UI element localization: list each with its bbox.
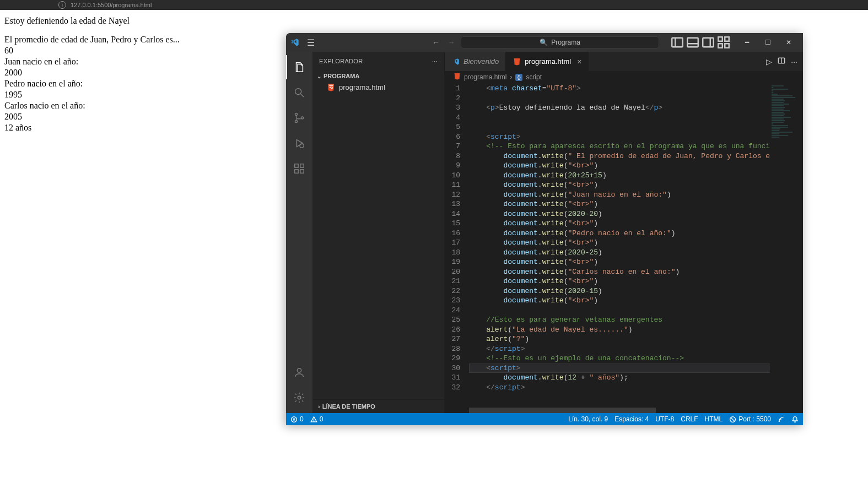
timeline-section[interactable]: › LÍNEA DE TIEMPO xyxy=(312,399,444,413)
tab-programa[interactable]: programa.html × xyxy=(506,52,589,71)
status-indentation[interactable]: Espacios: 4 xyxy=(614,415,649,423)
svg-point-14 xyxy=(301,117,303,119)
status-live-server-port[interactable]: Port : 5500 xyxy=(729,415,771,423)
editor-more-button[interactable]: ··· xyxy=(791,57,797,66)
browser-url: 127.0.0.1:5500/programa.html xyxy=(71,2,152,8)
code-editor[interactable]: 1234567891011121314151617181920212223242… xyxy=(445,83,803,408)
chevron-right-icon: › xyxy=(510,73,512,81)
hamburger-menu-icon[interactable]: ☰ xyxy=(307,37,315,48)
page-paragraph: Estoy defieniendo la edad de Nayel xyxy=(4,15,864,26)
svg-point-10 xyxy=(295,89,301,95)
explorer-sidebar: EXPLORADOR ··· ⌄ PROGRAMA programa.html … xyxy=(312,52,445,413)
command-center-search[interactable]: 🔍 Programa xyxy=(461,36,659,48)
chevron-down-icon: ⌄ xyxy=(317,73,321,79)
toggle-primary-sidebar-icon[interactable] xyxy=(671,36,684,48)
window-minimize-button[interactable]: ━ xyxy=(737,35,757,50)
svg-point-16 xyxy=(300,144,304,148)
vscode-window: ☰ ← → 🔍 Programa ━ ☐ ✕ xyxy=(286,33,803,425)
toggle-secondary-sidebar-icon[interactable] xyxy=(702,36,715,48)
explorer-title: EXPLORADOR xyxy=(319,58,363,64)
status-broadcast-icon[interactable] xyxy=(778,416,785,423)
status-bar: 0 0 Lín. 30, col. 9 Espacios: 4 UTF-8 CR… xyxy=(286,413,803,425)
info-icon: i xyxy=(58,1,66,9)
svg-rect-8 xyxy=(718,44,723,48)
status-warnings[interactable]: 0 xyxy=(310,415,324,423)
activity-accounts-button[interactable] xyxy=(286,360,312,384)
nav-back-button[interactable]: ← xyxy=(430,37,442,48)
explorer-file-name: programa.html xyxy=(339,83,385,91)
svg-point-22 xyxy=(298,396,301,399)
svg-rect-6 xyxy=(718,37,723,41)
code-content[interactable]: <meta charset="UTf-8"> <p>Estoy defienie… xyxy=(469,83,803,408)
tab-welcome-label: Bienvenido xyxy=(463,57,499,66)
status-language[interactable]: HTML xyxy=(705,415,723,423)
status-notifications-icon[interactable] xyxy=(791,416,799,423)
svg-line-11 xyxy=(301,94,304,97)
html-file-icon xyxy=(454,73,461,82)
svg-rect-0 xyxy=(672,38,683,47)
html-file-icon xyxy=(513,57,521,66)
titlebar: ☰ ← → 🔍 Programa ━ ☐ ✕ xyxy=(286,33,803,52)
toggle-panel-icon[interactable] xyxy=(686,36,699,48)
svg-rect-7 xyxy=(725,37,729,41)
explorer-more-button[interactable]: ··· xyxy=(432,58,438,64)
search-placeholder-text: Programa xyxy=(551,39,580,46)
search-icon: 🔍 xyxy=(540,39,548,46)
status-errors[interactable]: 0 xyxy=(290,415,304,423)
html-file-icon xyxy=(327,83,335,91)
activity-settings-button[interactable] xyxy=(286,386,312,410)
activity-bar xyxy=(286,52,312,413)
activity-run-debug-button[interactable] xyxy=(286,131,312,155)
activity-extensions-button[interactable] xyxy=(286,156,312,181)
customize-layout-icon[interactable] xyxy=(717,36,730,48)
timeline-label: LÍNEA DE TIEMPO xyxy=(322,403,375,410)
svg-line-31 xyxy=(731,417,735,421)
svg-point-32 xyxy=(779,420,780,421)
status-eol[interactable]: CRLF xyxy=(681,415,698,423)
line-number-gutter: 1234567891011121314151617181920212223242… xyxy=(445,83,469,408)
activity-explorer-button[interactable] xyxy=(286,55,312,79)
vscode-logo-icon xyxy=(451,57,460,66)
editor-area: Bienvenido programa.html × ▷ ··· program… xyxy=(445,52,803,413)
split-editor-button[interactable] xyxy=(778,57,785,66)
tab-close-button[interactable]: × xyxy=(577,57,581,66)
scrollbar-thumb[interactable] xyxy=(469,408,656,413)
activity-search-button[interactable] xyxy=(286,80,312,105)
editor-tabs: Bienvenido programa.html × ▷ ··· xyxy=(445,52,803,71)
svg-point-21 xyxy=(297,368,301,372)
vscode-logo-icon xyxy=(290,38,299,47)
explorer-file-item[interactable]: programa.html xyxy=(312,82,444,93)
svg-rect-4 xyxy=(703,38,714,47)
activity-source-control-button[interactable] xyxy=(286,106,312,130)
chevron-right-icon: › xyxy=(318,403,320,410)
explorer-folder-name: PROGRAMA xyxy=(324,73,359,79)
svg-rect-17 xyxy=(295,164,298,167)
minimap[interactable] xyxy=(770,83,803,408)
symbol-script-icon: {} xyxy=(515,74,522,81)
svg-rect-20 xyxy=(300,170,304,173)
breadcrumb[interactable]: programa.html › {} script xyxy=(445,71,803,83)
breadcrumb-node: script xyxy=(526,73,542,81)
svg-point-29 xyxy=(314,420,314,421)
horizontal-scrollbar[interactable] xyxy=(469,408,770,413)
svg-rect-9 xyxy=(725,44,729,48)
tab-programa-label: programa.html xyxy=(525,57,571,66)
run-file-button[interactable]: ▷ xyxy=(766,57,772,66)
status-encoding[interactable]: UTF-8 xyxy=(655,415,674,423)
svg-rect-18 xyxy=(300,164,304,167)
explorer-folder-header[interactable]: ⌄ PROGRAMA xyxy=(312,71,444,82)
window-maximize-button[interactable]: ☐ xyxy=(758,35,778,50)
svg-point-12 xyxy=(295,113,297,116)
browser-chrome-bar: i 127.0.0.1:5500/programa.html xyxy=(0,0,868,10)
svg-rect-19 xyxy=(295,170,298,173)
status-cursor-position[interactable]: Lín. 30, col. 9 xyxy=(568,415,608,423)
window-close-button[interactable]: ✕ xyxy=(779,35,799,50)
tab-welcome[interactable]: Bienvenido xyxy=(445,52,506,71)
nav-forward-button[interactable]: → xyxy=(445,37,457,48)
svg-rect-2 xyxy=(687,38,698,47)
breadcrumb-file: programa.html xyxy=(464,73,506,81)
svg-point-13 xyxy=(295,120,297,122)
